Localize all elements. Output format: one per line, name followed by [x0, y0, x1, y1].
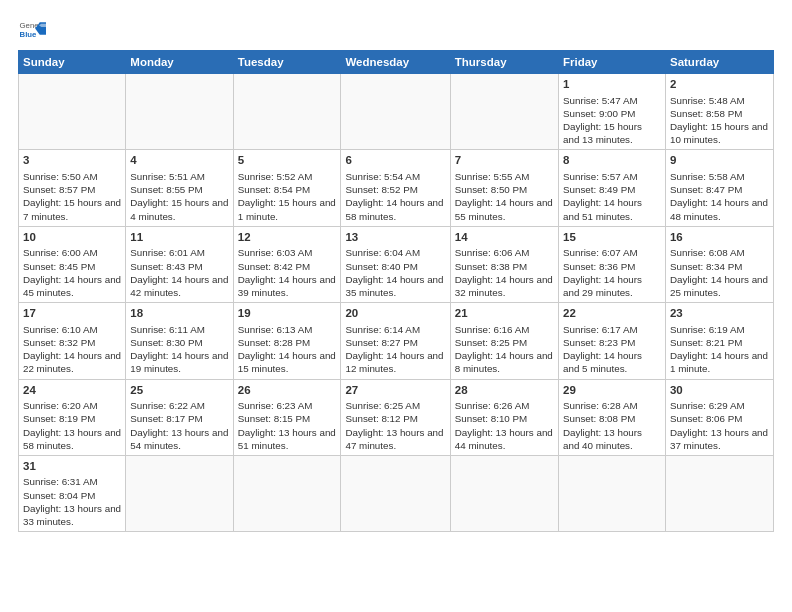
calendar-cell: 2Sunrise: 5:48 AM Sunset: 8:58 PM Daylig… — [665, 74, 773, 150]
day-number: 5 — [238, 153, 337, 169]
calendar-cell — [341, 74, 450, 150]
calendar-cell — [558, 455, 665, 531]
day-number: 16 — [670, 230, 769, 246]
day-info: Sunrise: 6:03 AM Sunset: 8:42 PM Dayligh… — [238, 246, 337, 299]
calendar-cell — [450, 74, 558, 150]
calendar-cell: 25Sunrise: 6:22 AM Sunset: 8:17 PM Dayli… — [126, 379, 233, 455]
calendar-table: SundayMondayTuesdayWednesdayThursdayFrid… — [18, 50, 774, 532]
day-info: Sunrise: 5:52 AM Sunset: 8:54 PM Dayligh… — [238, 170, 337, 223]
calendar-cell — [126, 455, 233, 531]
day-number: 8 — [563, 153, 661, 169]
day-number: 9 — [670, 153, 769, 169]
weekday-header-tuesday: Tuesday — [233, 51, 341, 74]
day-info: Sunrise: 6:13 AM Sunset: 8:28 PM Dayligh… — [238, 323, 337, 376]
generalblue-logo-icon: General Blue — [18, 16, 46, 44]
day-info: Sunrise: 6:26 AM Sunset: 8:10 PM Dayligh… — [455, 399, 554, 452]
day-info: Sunrise: 5:47 AM Sunset: 9:00 PM Dayligh… — [563, 94, 661, 147]
day-info: Sunrise: 5:54 AM Sunset: 8:52 PM Dayligh… — [345, 170, 445, 223]
calendar-cell: 1Sunrise: 5:47 AM Sunset: 9:00 PM Daylig… — [558, 74, 665, 150]
day-number: 29 — [563, 383, 661, 399]
day-info: Sunrise: 6:16 AM Sunset: 8:25 PM Dayligh… — [455, 323, 554, 376]
calendar-cell: 27Sunrise: 6:25 AM Sunset: 8:12 PM Dayli… — [341, 379, 450, 455]
day-info: Sunrise: 6:28 AM Sunset: 8:08 PM Dayligh… — [563, 399, 661, 452]
day-info: Sunrise: 5:55 AM Sunset: 8:50 PM Dayligh… — [455, 170, 554, 223]
day-info: Sunrise: 6:04 AM Sunset: 8:40 PM Dayligh… — [345, 246, 445, 299]
day-number: 19 — [238, 306, 337, 322]
day-number: 13 — [345, 230, 445, 246]
calendar-cell: 14Sunrise: 6:06 AM Sunset: 8:38 PM Dayli… — [450, 226, 558, 302]
day-number: 23 — [670, 306, 769, 322]
day-number: 26 — [238, 383, 337, 399]
day-info: Sunrise: 6:11 AM Sunset: 8:30 PM Dayligh… — [130, 323, 228, 376]
weekday-header-thursday: Thursday — [450, 51, 558, 74]
logo: General Blue — [18, 16, 46, 44]
calendar-cell: 5Sunrise: 5:52 AM Sunset: 8:54 PM Daylig… — [233, 150, 341, 226]
day-info: Sunrise: 5:58 AM Sunset: 8:47 PM Dayligh… — [670, 170, 769, 223]
calendar-week-row: 1Sunrise: 5:47 AM Sunset: 9:00 PM Daylig… — [19, 74, 774, 150]
page: General Blue SundayMondayTuesdayWednesda… — [0, 0, 792, 612]
calendar-cell: 4Sunrise: 5:51 AM Sunset: 8:55 PM Daylig… — [126, 150, 233, 226]
calendar-week-row: 24Sunrise: 6:20 AM Sunset: 8:19 PM Dayli… — [19, 379, 774, 455]
calendar-cell: 28Sunrise: 6:26 AM Sunset: 8:10 PM Dayli… — [450, 379, 558, 455]
calendar-cell: 6Sunrise: 5:54 AM Sunset: 8:52 PM Daylig… — [341, 150, 450, 226]
day-number: 14 — [455, 230, 554, 246]
weekday-header-friday: Friday — [558, 51, 665, 74]
calendar-cell: 7Sunrise: 5:55 AM Sunset: 8:50 PM Daylig… — [450, 150, 558, 226]
day-number: 4 — [130, 153, 228, 169]
day-info: Sunrise: 6:07 AM Sunset: 8:36 PM Dayligh… — [563, 246, 661, 299]
day-info: Sunrise: 6:22 AM Sunset: 8:17 PM Dayligh… — [130, 399, 228, 452]
day-number: 10 — [23, 230, 121, 246]
weekday-header-saturday: Saturday — [665, 51, 773, 74]
calendar-cell: 13Sunrise: 6:04 AM Sunset: 8:40 PM Dayli… — [341, 226, 450, 302]
day-number: 24 — [23, 383, 121, 399]
day-number: 15 — [563, 230, 661, 246]
calendar-cell: 24Sunrise: 6:20 AM Sunset: 8:19 PM Dayli… — [19, 379, 126, 455]
calendar-cell: 3Sunrise: 5:50 AM Sunset: 8:57 PM Daylig… — [19, 150, 126, 226]
day-number: 22 — [563, 306, 661, 322]
day-number: 1 — [563, 77, 661, 93]
calendar-cell: 12Sunrise: 6:03 AM Sunset: 8:42 PM Dayli… — [233, 226, 341, 302]
day-number: 2 — [670, 77, 769, 93]
calendar-cell: 15Sunrise: 6:07 AM Sunset: 8:36 PM Dayli… — [558, 226, 665, 302]
calendar-cell — [233, 455, 341, 531]
calendar-cell: 10Sunrise: 6:00 AM Sunset: 8:45 PM Dayli… — [19, 226, 126, 302]
day-number: 7 — [455, 153, 554, 169]
day-info: Sunrise: 5:51 AM Sunset: 8:55 PM Dayligh… — [130, 170, 228, 223]
calendar-cell: 23Sunrise: 6:19 AM Sunset: 8:21 PM Dayli… — [665, 303, 773, 379]
calendar-cell: 9Sunrise: 5:58 AM Sunset: 8:47 PM Daylig… — [665, 150, 773, 226]
day-number: 18 — [130, 306, 228, 322]
day-info: Sunrise: 6:14 AM Sunset: 8:27 PM Dayligh… — [345, 323, 445, 376]
calendar-cell: 19Sunrise: 6:13 AM Sunset: 8:28 PM Dayli… — [233, 303, 341, 379]
weekday-header-monday: Monday — [126, 51, 233, 74]
calendar-cell — [126, 74, 233, 150]
calendar-cell: 8Sunrise: 5:57 AM Sunset: 8:49 PM Daylig… — [558, 150, 665, 226]
day-info: Sunrise: 6:01 AM Sunset: 8:43 PM Dayligh… — [130, 246, 228, 299]
day-info: Sunrise: 6:19 AM Sunset: 8:21 PM Dayligh… — [670, 323, 769, 376]
day-number: 30 — [670, 383, 769, 399]
calendar-cell — [233, 74, 341, 150]
day-number: 20 — [345, 306, 445, 322]
calendar-cell — [450, 455, 558, 531]
calendar-cell: 22Sunrise: 6:17 AM Sunset: 8:23 PM Dayli… — [558, 303, 665, 379]
day-info: Sunrise: 5:57 AM Sunset: 8:49 PM Dayligh… — [563, 170, 661, 223]
day-number: 12 — [238, 230, 337, 246]
weekday-header-wednesday: Wednesday — [341, 51, 450, 74]
day-number: 6 — [345, 153, 445, 169]
calendar-cell: 26Sunrise: 6:23 AM Sunset: 8:15 PM Dayli… — [233, 379, 341, 455]
day-info: Sunrise: 6:20 AM Sunset: 8:19 PM Dayligh… — [23, 399, 121, 452]
calendar-cell: 30Sunrise: 6:29 AM Sunset: 8:06 PM Dayli… — [665, 379, 773, 455]
calendar-cell: 17Sunrise: 6:10 AM Sunset: 8:32 PM Dayli… — [19, 303, 126, 379]
svg-text:Blue: Blue — [20, 30, 38, 39]
calendar-cell: 18Sunrise: 6:11 AM Sunset: 8:30 PM Dayli… — [126, 303, 233, 379]
day-info: Sunrise: 6:06 AM Sunset: 8:38 PM Dayligh… — [455, 246, 554, 299]
day-number: 21 — [455, 306, 554, 322]
day-info: Sunrise: 6:08 AM Sunset: 8:34 PM Dayligh… — [670, 246, 769, 299]
day-info: Sunrise: 5:48 AM Sunset: 8:58 PM Dayligh… — [670, 94, 769, 147]
day-info: Sunrise: 6:23 AM Sunset: 8:15 PM Dayligh… — [238, 399, 337, 452]
calendar-week-row: 3Sunrise: 5:50 AM Sunset: 8:57 PM Daylig… — [19, 150, 774, 226]
day-info: Sunrise: 6:31 AM Sunset: 8:04 PM Dayligh… — [23, 475, 121, 528]
day-number: 27 — [345, 383, 445, 399]
day-number: 3 — [23, 153, 121, 169]
day-number: 25 — [130, 383, 228, 399]
day-info: Sunrise: 6:10 AM Sunset: 8:32 PM Dayligh… — [23, 323, 121, 376]
